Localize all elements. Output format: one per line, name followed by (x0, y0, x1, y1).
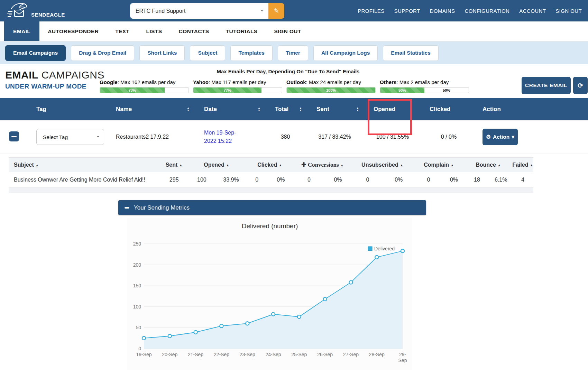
sending-metrics-panel-header[interactable]: Your Sending Metrics (118, 200, 426, 215)
col-tag: Tag (36, 106, 46, 113)
stats-col-clicked[interactable]: Clicked ▲ (246, 158, 294, 172)
collapse-panel-icon (125, 207, 129, 209)
campaign-date-link[interactable]: Mon 19-Sep- 2022 15:22 (194, 129, 265, 145)
stats-col-bounce[interactable]: Bounce ▲ (464, 158, 512, 172)
svg-text:20-Sep: 20-Sep (162, 352, 177, 357)
page-title: EMAIL CAMPAIGNS (5, 69, 104, 81)
col-date: Date (204, 106, 217, 113)
campaign-sent: 317 / 83.42% (306, 134, 363, 140)
col-opened: Opened (374, 106, 395, 113)
nav-signout-top[interactable]: SIGN OUT (555, 8, 582, 14)
plus-icon: ✚ (301, 162, 306, 168)
tab-signout[interactable]: SIGN OUT (266, 21, 310, 41)
svg-text:250: 250 (133, 241, 141, 247)
sort-asc-icon: ▲ (451, 163, 454, 167)
quota-remainder-label: 50% (424, 87, 469, 93)
row-action-button[interactable]: ⚙ Action ▾ (483, 129, 518, 145)
stats-footer-strip (9, 187, 533, 193)
nav-domains[interactable]: DOMAINS (430, 8, 455, 14)
tab-contacts[interactable]: CONTACTS (170, 21, 217, 41)
stats-col-subject[interactable]: Subject ▲ (9, 158, 161, 172)
col-name: Name (116, 106, 132, 113)
brand-name: SENDEAGLE (31, 12, 65, 18)
quota-section: Max Emails Per Day, Depending On "Due To… (100, 68, 477, 93)
svg-text:29-Sep: 29-Sep (398, 352, 407, 363)
sort-icon-sent[interactable]: ▲▼ (356, 107, 359, 112)
main-nav: EMAIL AUTORESPONDER TEXT LISTS CONTACTS … (0, 21, 588, 42)
svg-text:19-Sep: 19-Sep (136, 352, 151, 357)
toolbar-subject[interactable]: Subject (190, 45, 225, 61)
svg-text:28-Sep: 28-Sep (369, 352, 385, 357)
stat-clicked: 0 (246, 172, 268, 187)
nav-profiles[interactable]: PROFILES (358, 8, 384, 14)
toolbar-all-campaign-logs[interactable]: All Campaign Logs (313, 45, 378, 61)
stat-complain: 0 (413, 172, 443, 187)
svg-text:200: 200 (133, 262, 141, 268)
stats-col-failed[interactable]: Failed ▲ (512, 158, 533, 172)
toolbar-timer[interactable]: Timer (278, 45, 308, 61)
stat-unsubscribed-pct: 0% (384, 172, 413, 187)
stats-col-sent[interactable]: Sent ▲ (161, 158, 187, 172)
stats-col-unsubscribed[interactable]: Unsubscribed ▲ (351, 158, 413, 172)
svg-text:50: 50 (136, 325, 141, 330)
toolbar-templates[interactable]: Templates (230, 45, 273, 61)
campaign-total: 380 (265, 134, 306, 140)
stat-sent: 295 (161, 172, 187, 187)
sort-icon-date[interactable]: ▲▼ (258, 107, 260, 112)
create-email-button[interactable]: CREATE EMAIL (522, 77, 571, 94)
refresh-button[interactable]: ⟳ (573, 77, 588, 94)
quota-google: Google: Max 162 emails per day 73% (100, 79, 189, 93)
nav-support[interactable]: SUPPORT (394, 8, 420, 14)
toolbar-short-links[interactable]: Short Links (139, 45, 185, 61)
tab-email[interactable]: EMAIL (4, 21, 39, 41)
stat-unsubscribed: 0 (351, 172, 384, 187)
svg-text:25-Sep: 25-Sep (291, 352, 307, 357)
sort-asc-icon: ▲ (340, 163, 344, 167)
stats-col-complain[interactable]: Complain ▲ (413, 158, 464, 172)
sendeagle-eagle-envelope-icon (6, 2, 33, 20)
nav-account[interactable]: ACCOUNT (519, 8, 546, 14)
quota-bar-yahoo: 77% (193, 87, 282, 93)
svg-text:22-Sep: 22-Sep (214, 352, 229, 357)
profile-select[interactable]: ERTC Fund Support (130, 3, 268, 19)
tab-lists[interactable]: LISTS (138, 21, 170, 41)
col-action: Action (483, 106, 501, 113)
pencil-icon: ✎ (274, 7, 279, 15)
stat-bounce-pct: 6.1% (490, 172, 512, 187)
quota-others: Others: Max 2 emails per day 50% 50% (380, 79, 469, 93)
toolbar-drag-drop-email[interactable]: Drag & Drop Email (71, 45, 134, 61)
quota-outlook: Outlook: Max 24 emails per day 100% (286, 79, 376, 93)
campaign-opened: 100 / 31.55% (363, 134, 422, 140)
email-toolbar: Email Campaigns Drag & Drop Email Short … (0, 42, 588, 64)
svg-text:23-Sep: 23-Sep (240, 352, 255, 357)
toolbar-email-statistics[interactable]: Email Statistics (383, 45, 439, 61)
tab-text[interactable]: TEXT (107, 21, 138, 41)
sort-asc-icon: ▲ (226, 163, 229, 167)
col-clicked: Clicked (430, 106, 450, 113)
sort-asc-icon: ▲ (279, 163, 282, 167)
toolbar-email-campaigns[interactable]: Email Campaigns (5, 45, 66, 61)
tag-select[interactable]: Select Tag (36, 129, 104, 145)
gear-icon: ⚙ (486, 134, 491, 140)
sort-asc-icon: ▲ (530, 163, 533, 167)
sort-icon-total[interactable]: ▲▼ (299, 107, 302, 112)
stats-data-row: Business Ownwer Are Getting More Covid R… (9, 172, 533, 187)
stats-col-opened[interactable]: Opened ▲ (187, 158, 246, 172)
svg-text:0: 0 (138, 346, 141, 351)
sort-icon-name[interactable]: ▲▼ (187, 107, 190, 112)
nav-configuration[interactable]: CONFIGURATION (465, 8, 509, 14)
col-total: Total (275, 106, 288, 113)
stats-col-conversions[interactable]: ✚ Conversions ▲ (294, 158, 351, 172)
svg-text:26-Sep: 26-Sep (317, 352, 333, 357)
edit-profile-button[interactable]: ✎ (268, 3, 284, 19)
top-nav-links: PROFILES SUPPORT DOMAINS CONFIGURATION A… (358, 8, 582, 14)
svg-text:150: 150 (133, 283, 141, 288)
brand-logo[interactable]: SENDEAGLE (6, 2, 65, 20)
collapse-row-button[interactable] (9, 131, 19, 141)
campaign-stats-table: Subject ▲ Sent ▲ Opened ▲ Clicked ▲ ✚ Co… (9, 157, 533, 193)
caret-down-icon: ▾ (512, 134, 514, 140)
tab-autoresponder[interactable]: AUTORESPONDER (39, 21, 107, 41)
tab-tutorials[interactable]: TUTORIALS (218, 21, 266, 41)
stat-clicked-pct: 0% (268, 172, 294, 187)
top-navbar: SENDEAGLE ERTC Fund Support ⌄ ✎ PROFILES… (0, 0, 588, 21)
